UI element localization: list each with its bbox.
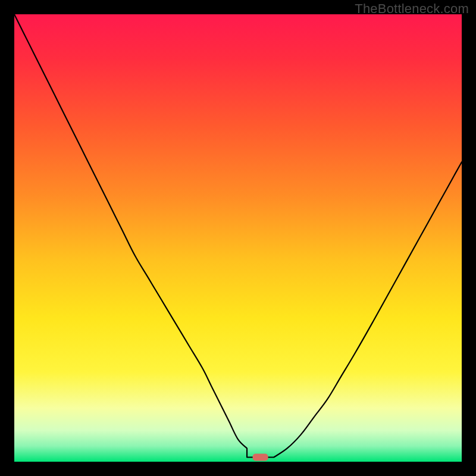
optimal-marker [253,453,268,461]
plot-area [14,14,462,462]
watermark-text: TheBottleneck.com [355,1,469,17]
chart-svg [14,14,462,462]
chart-stage: TheBottleneck.com [0,0,476,476]
gradient-background [14,14,462,462]
